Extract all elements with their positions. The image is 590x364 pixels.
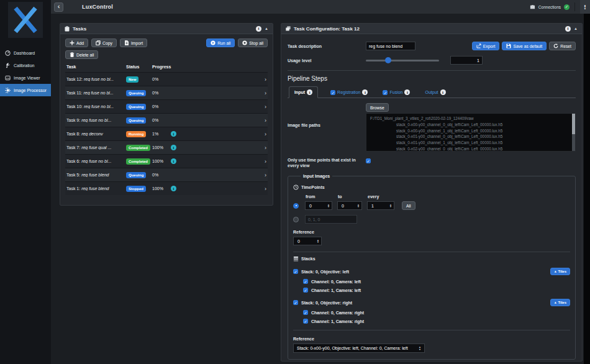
tab-label: Registration [337, 90, 360, 94]
registration-checkbox[interactable] [330, 90, 335, 95]
spinner-arrows-icon[interactable] [325, 204, 330, 208]
stack-reference-label: Reference [293, 337, 570, 341]
tab-fusion[interactable]: Fusion [380, 87, 412, 98]
chevron-right-icon[interactable] [265, 131, 266, 137]
connections-label: Connections [538, 5, 561, 9]
status-badge: Queuing [126, 172, 146, 178]
table-row[interactable]: Task 8: reg deconv Running 1% [65, 127, 268, 140]
list-radio[interactable] [293, 217, 299, 222]
chevron-right-icon[interactable] [265, 104, 266, 110]
delete-all-button[interactable]: Delete all [65, 50, 98, 59]
progress-value: 0% [152, 77, 171, 81]
sidebar-item-calibration[interactable]: Calibration [0, 59, 51, 71]
spinner-arrows-icon[interactable] [387, 204, 392, 208]
table-row[interactable]: Task 1: reg fuse blend Stopped 100% [65, 181, 268, 195]
task-info-icon[interactable] [171, 158, 176, 164]
task-info-icon[interactable] [171, 131, 176, 137]
export-button[interactable]: Export [472, 42, 500, 50]
stop-all-button[interactable]: Stop all [238, 39, 268, 47]
chevron-right-icon[interactable] [265, 90, 266, 96]
task-info-icon[interactable] [171, 145, 176, 150]
export-label: Export [483, 44, 496, 48]
channel-checkbox[interactable] [303, 310, 308, 315]
sidebar-item-dashboard[interactable]: Dashboard [0, 47, 51, 59]
collapse-caret-icon[interactable] [265, 27, 268, 30]
chevron-right-icon[interactable] [265, 158, 266, 165]
stacks-icon [293, 256, 299, 262]
tab-input[interactable]: Input [289, 86, 318, 98]
tiles-collapse-button[interactable]: Tiles [550, 299, 570, 306]
to-spinner[interactable]: 0 [337, 201, 362, 210]
table-row[interactable]: Task 12: reg fuse no bl... New 0% [65, 72, 268, 86]
add-button[interactable]: Add [65, 39, 88, 47]
copy-button[interactable]: Copy [91, 39, 117, 47]
table-row[interactable]: Task 7: reg fuse qual ... Completed 100% [65, 140, 268, 154]
task-info-icon[interactable] [171, 186, 176, 191]
table-row[interactable]: Task 6: reg fuse no bl... Completed 100% [65, 154, 268, 168]
import-button[interactable]: Import [120, 39, 147, 47]
task-description-input[interactable]: reg fuse no blend [366, 42, 415, 50]
info-icon[interactable] [256, 26, 261, 32]
table-row[interactable]: Task 10: reg fuse no bl... Queuing 0% [65, 99, 268, 113]
info-icon[interactable] [440, 89, 446, 95]
reset-label: Reset [560, 44, 571, 48]
tab-registration[interactable]: Registration [328, 87, 370, 98]
chevron-right-icon[interactable] [265, 76, 266, 83]
sidebar-item-label: Calibration [14, 63, 34, 68]
info-icon[interactable] [404, 89, 410, 95]
table-row[interactable]: Task 11: reg fuse no bl... Queuing 0% [65, 86, 268, 99]
table-row[interactable]: Task 5: reg fuse blend Queuing 0% [65, 168, 268, 181]
scrollbar-track[interactable] [572, 114, 575, 151]
sidebar-item-label: Image Viewer [14, 76, 40, 80]
stack-checkbox[interactable] [293, 300, 298, 305]
stack-checkbox[interactable] [293, 269, 298, 274]
channel-checkbox[interactable] [303, 288, 308, 293]
range-radio[interactable] [293, 203, 299, 209]
usage-level-label: Usage level [288, 58, 366, 63]
chevron-right-icon[interactable] [265, 145, 266, 151]
only-time-points-checkbox[interactable] [366, 158, 371, 163]
sidebar-item-image-processor[interactable]: Image Processor [0, 84, 51, 96]
page-scrollbar[interactable] [584, 14, 590, 364]
info-icon[interactable] [307, 89, 312, 95]
channel-checkbox[interactable] [303, 279, 308, 284]
slider-handle[interactable] [385, 57, 391, 63]
kebab-menu-icon[interactable] [580, 0, 590, 14]
reset-button[interactable]: Reset [549, 42, 576, 50]
collapse-caret-icon[interactable] [574, 27, 578, 30]
spinner-arrows-icon[interactable] [355, 204, 360, 208]
progress-value: 0% [152, 104, 171, 109]
channel-checkbox[interactable] [303, 319, 308, 324]
image-file-paths-list[interactable]: F:/TD1_Moni_plant_3_vtiles_2_rot\2020-02… [366, 113, 576, 152]
usage-level-input[interactable]: 1 [450, 56, 483, 65]
back-button[interactable] [54, 2, 63, 12]
from-spinner[interactable]: 0 [305, 201, 332, 210]
timepoints-label: TimePoints [301, 185, 325, 189]
config-panel-header: Task Configuration: Task 12 [281, 24, 582, 34]
spinner-arrows-icon[interactable] [314, 239, 319, 243]
info-icon[interactable] [362, 89, 368, 95]
tiles-collapse-button[interactable]: Tiles [550, 268, 570, 275]
sidebar-item-image-viewer[interactable]: Image Viewer [0, 71, 51, 84]
timepoints-list-input[interactable]: 0, 1, 0 [305, 215, 357, 224]
reference-spinner[interactable]: 0 [293, 237, 322, 245]
chevron-right-icon[interactable] [265, 117, 266, 124]
table-row[interactable]: Task 9: reg fuse no bl... Queuing 0% [65, 113, 268, 127]
every-spinner[interactable]: 1 [367, 201, 394, 210]
only-time-points-label: Only use time points that exist in every… [288, 157, 361, 168]
usage-level-slider[interactable] [366, 60, 439, 61]
tab-output[interactable]: Output [422, 87, 448, 98]
scrollbar-thumb[interactable] [572, 114, 575, 134]
save-as-default-button[interactable]: Save as default [502, 42, 547, 50]
reference-select[interactable]: Stack: 0-x00-y00, Objective: left, Chann… [293, 344, 425, 353]
info-icon[interactable] [565, 26, 571, 32]
app-title: LuxControl [82, 4, 113, 10]
chevron-right-icon[interactable] [265, 172, 266, 178]
fusion-checkbox[interactable] [383, 90, 388, 95]
run-all-button[interactable]: Run all [206, 39, 235, 47]
browse-button[interactable]: Browse [366, 103, 389, 112]
stop-all-label: Stop all [249, 41, 263, 45]
import-button-label: Import [131, 41, 143, 45]
chevron-right-icon[interactable] [265, 186, 266, 192]
all-button[interactable]: All [402, 201, 415, 210]
